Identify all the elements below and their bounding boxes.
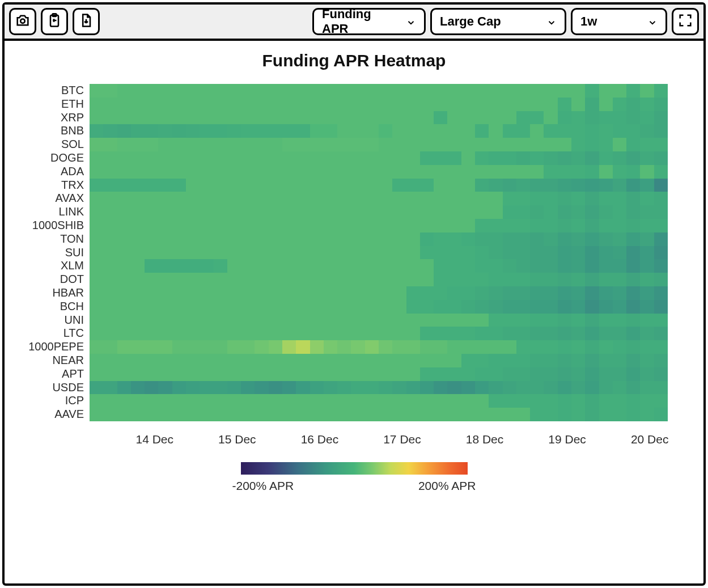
heatmap-cell[interactable] (434, 273, 447, 286)
heatmap-cell[interactable] (544, 151, 557, 165)
heatmap-cell[interactable] (90, 259, 103, 273)
heatmap-cell[interactable] (613, 232, 626, 246)
heatmap-cell[interactable] (172, 327, 186, 340)
heatmap-cell[interactable] (296, 300, 310, 314)
heatmap-cell[interactable] (158, 259, 172, 273)
heatmap-cell[interactable] (145, 179, 158, 192)
heatmap-cell[interactable] (571, 219, 585, 232)
heatmap-cell[interactable] (461, 84, 475, 98)
heatmap-cell[interactable] (310, 111, 324, 125)
heatmap-cell[interactable] (200, 165, 213, 179)
heatmap-cell[interactable] (186, 300, 200, 314)
heatmap-cell[interactable] (640, 165, 654, 179)
heatmap-cell[interactable] (599, 192, 613, 205)
heatmap-cell[interactable] (626, 367, 640, 381)
heatmap-cell[interactable] (255, 300, 268, 314)
heatmap-cell[interactable] (90, 314, 103, 327)
heatmap-cell[interactable] (544, 98, 557, 111)
heatmap-cell[interactable] (503, 84, 516, 98)
heatmap-cell[interactable] (255, 84, 268, 98)
heatmap-cell[interactable] (200, 381, 213, 395)
heatmap-cell[interactable] (406, 367, 420, 381)
heatmap-cell[interactable] (503, 151, 516, 165)
heatmap-cell[interactable] (172, 151, 186, 165)
heatmap-cell[interactable] (255, 151, 268, 165)
heatmap-cell[interactable] (214, 138, 227, 151)
heatmap-cell[interactable] (117, 408, 131, 421)
heatmap-cell[interactable] (351, 179, 364, 192)
heatmap-cell[interactable] (282, 98, 296, 111)
heatmap-cell[interactable] (503, 327, 516, 340)
heatmap-cell[interactable] (613, 246, 626, 260)
heatmap-cell[interactable] (296, 354, 310, 367)
heatmap-cell[interactable] (379, 98, 392, 111)
heatmap-cell[interactable] (255, 98, 268, 111)
heatmap-cell[interactable] (434, 286, 447, 300)
heatmap-cell[interactable] (282, 259, 296, 273)
heatmap-cell[interactable] (296, 232, 310, 246)
heatmap-cell[interactable] (172, 246, 186, 260)
heatmap-cell[interactable] (351, 259, 364, 273)
heatmap-cell[interactable] (337, 151, 351, 165)
heatmap-cell[interactable] (337, 408, 351, 421)
heatmap-cell[interactable] (241, 98, 255, 111)
heatmap-cell[interactable] (406, 165, 420, 179)
heatmap-cell[interactable] (103, 111, 117, 125)
heatmap-cell[interactable] (503, 381, 516, 395)
heatmap-cell[interactable] (296, 124, 310, 138)
heatmap-cell[interactable] (530, 259, 544, 273)
heatmap-cell[interactable] (585, 367, 599, 381)
heatmap-cell[interactable] (475, 246, 489, 260)
heatmap-cell[interactable] (90, 394, 103, 408)
heatmap-cell[interactable] (282, 138, 296, 151)
heatmap-cell[interactable] (296, 179, 310, 192)
heatmap-cell[interactable] (571, 192, 585, 205)
heatmap-cell[interactable] (585, 286, 599, 300)
heatmap-cell[interactable] (558, 111, 571, 125)
heatmap-cell[interactable] (186, 165, 200, 179)
copy-button[interactable] (41, 8, 68, 35)
heatmap-cell[interactable] (475, 394, 489, 408)
heatmap-cell[interactable] (626, 138, 640, 151)
heatmap-cell[interactable] (558, 394, 571, 408)
heatmap-cell[interactable] (392, 273, 406, 286)
heatmap-cell[interactable] (420, 138, 434, 151)
heatmap-cell[interactable] (530, 84, 544, 98)
heatmap-cell[interactable] (654, 151, 668, 165)
heatmap-cell[interactable] (310, 314, 324, 327)
heatmap-cell[interactable] (269, 327, 282, 340)
heatmap-cell[interactable] (640, 273, 654, 286)
heatmap-cell[interactable] (503, 111, 516, 125)
heatmap-cell[interactable] (544, 232, 557, 246)
heatmap-cell[interactable] (392, 232, 406, 246)
heatmap-cell[interactable] (255, 273, 268, 286)
heatmap-cell[interactable] (214, 327, 227, 340)
heatmap-cell[interactable] (558, 367, 571, 381)
heatmap-cell[interactable] (90, 151, 103, 165)
heatmap-cell[interactable] (626, 246, 640, 260)
heatmap-cell[interactable] (379, 84, 392, 98)
heatmap-cell[interactable] (379, 232, 392, 246)
heatmap-cell[interactable] (558, 286, 571, 300)
heatmap-cell[interactable] (255, 354, 268, 367)
heatmap-cell[interactable] (269, 408, 282, 421)
heatmap-cell[interactable] (200, 394, 213, 408)
heatmap-cell[interactable] (200, 151, 213, 165)
heatmap-cell[interactable] (131, 232, 145, 246)
heatmap-cell[interactable] (103, 138, 117, 151)
heatmap-cell[interactable] (172, 98, 186, 111)
heatmap-cell[interactable] (447, 300, 461, 314)
heatmap-cell[interactable] (516, 259, 530, 273)
heatmap-cell[interactable] (640, 354, 654, 367)
heatmap-cell[interactable] (613, 259, 626, 273)
heatmap-cell[interactable] (241, 408, 255, 421)
heatmap-cell[interactable] (626, 192, 640, 205)
heatmap-cell[interactable] (172, 165, 186, 179)
heatmap-cell[interactable] (269, 205, 282, 219)
heatmap-cell[interactable] (241, 165, 255, 179)
heatmap-cell[interactable] (489, 394, 502, 408)
heatmap-cell[interactable] (296, 286, 310, 300)
heatmap-cell[interactable] (337, 314, 351, 327)
heatmap-cell[interactable] (599, 367, 613, 381)
heatmap-cell[interactable] (571, 232, 585, 246)
